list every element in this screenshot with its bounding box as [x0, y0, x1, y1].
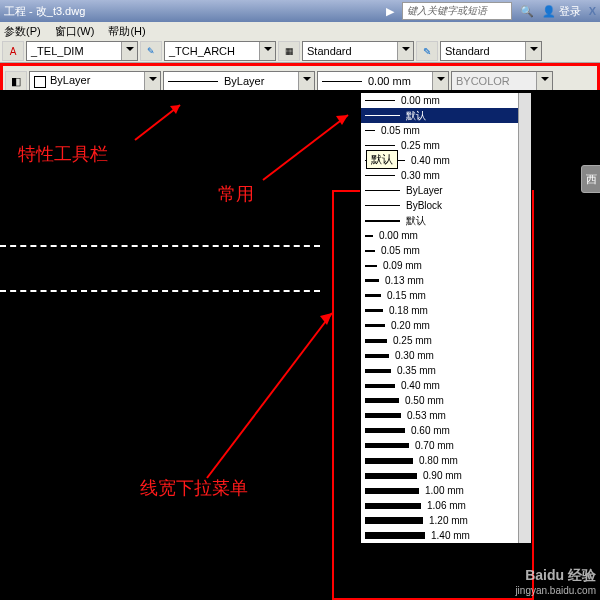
login-link[interactable]: 👤 登录 [542, 4, 581, 19]
lineweight-option[interactable]: 1.00 mm [361, 483, 531, 498]
lineweight-sample [365, 265, 377, 267]
lineweight-label: 1.40 mm [431, 530, 470, 541]
lineweight-label: 0.60 mm [411, 425, 450, 436]
lineweight-option[interactable]: 0.00 mm [361, 228, 531, 243]
lineweight-sample [365, 175, 395, 176]
mleader-style-combo[interactable]: _TCH_ARCH [164, 41, 276, 61]
lineweight-label: 1.06 mm [427, 500, 466, 511]
lineweight-sample [365, 517, 423, 524]
lineweight-sample [365, 443, 409, 448]
color-icon[interactable]: ◧ [5, 71, 27, 91]
lineweight-sample [365, 205, 400, 206]
linetype-combo[interactable]: ByLayer [163, 71, 315, 91]
lineweight-label: ByLayer [406, 185, 443, 196]
binoculars-icon[interactable]: 🔍 [520, 5, 534, 18]
lineweight-label: 0.50 mm [405, 395, 444, 406]
lineweight-option[interactable]: 0.35 mm [361, 363, 531, 378]
lineweight-option[interactable]: 0.00 mm [361, 93, 531, 108]
side-tab-west[interactable]: 西 [581, 165, 600, 193]
title-bar: 工程 - 改_t3.dwg ▶ 键入关键字或短语 🔍 👤 登录 X [0, 0, 600, 22]
lineweight-option[interactable]: 0.80 mm [361, 453, 531, 468]
search-input[interactable]: 键入关键字或短语 [402, 2, 512, 20]
lineweight-label: 0.13 mm [385, 275, 424, 286]
menu-window[interactable]: 窗口(W) [55, 24, 95, 39]
dim-style-icon[interactable]: A [2, 41, 24, 61]
chevron-down-icon[interactable] [298, 72, 314, 90]
lineweight-label: 0.09 mm [383, 260, 422, 271]
lineweight-option[interactable]: 1.40 mm [361, 528, 531, 543]
lineweight-label: ByBlock [406, 200, 442, 211]
lineweight-sample [365, 488, 419, 494]
lineweight-label: 0.05 mm [381, 125, 420, 136]
play-icon: ▶ [386, 5, 394, 18]
chevron-down-icon[interactable] [397, 42, 413, 60]
text-style-icon[interactable]: ✎ [416, 41, 438, 61]
lineweight-label: 0.30 mm [395, 350, 434, 361]
plotstyle-combo[interactable]: BYCOLOR [451, 71, 553, 91]
lineweight-option[interactable]: 0.53 mm [361, 408, 531, 423]
lineweight-sample [365, 413, 401, 418]
table-style-icon[interactable]: ▦ [278, 41, 300, 61]
lineweight-combo[interactable]: 0.00 mm [317, 71, 449, 91]
lineweight-label: 0.15 mm [387, 290, 426, 301]
menu-help[interactable]: 帮助(H) [108, 24, 145, 39]
lineweight-label: 0.70 mm [415, 440, 454, 451]
lineweight-option[interactable]: 0.30 mm [361, 348, 531, 363]
lineweight-option[interactable]: 0.13 mm [361, 273, 531, 288]
lineweight-option[interactable]: 0.15 mm [361, 288, 531, 303]
lineweight-option[interactable]: 0.09 mm [361, 258, 531, 273]
table-style-combo[interactable]: Standard [302, 41, 414, 61]
lineweight-label: 0.20 mm [391, 320, 430, 331]
menu-bar: 参数(P) 窗口(W) 帮助(H) [0, 22, 600, 40]
mleader-style-icon[interactable]: ✎ [140, 41, 162, 61]
lineweight-option[interactable]: 0.20 mm [361, 318, 531, 333]
chevron-down-icon[interactable] [536, 72, 552, 90]
color-combo[interactable]: ByLayer [29, 71, 161, 91]
lineweight-label: 0.05 mm [381, 245, 420, 256]
lineweight-sample [365, 294, 381, 297]
lineweight-option[interactable]: 1.20 mm [361, 513, 531, 528]
lineweight-label: 0.80 mm [419, 455, 458, 466]
user-icon: 👤 [542, 5, 556, 17]
lineweight-sample [365, 190, 400, 191]
lineweight-option[interactable]: 0.50 mm [361, 393, 531, 408]
lineweight-label: 默认 [406, 109, 426, 123]
lineweight-sample [365, 235, 373, 237]
tooltip: 默认 [366, 150, 398, 169]
lineweight-option[interactable]: 0.25 mm [361, 333, 531, 348]
chevron-down-icon[interactable] [432, 72, 448, 90]
lineweight-option[interactable]: 默认 [361, 108, 531, 123]
lineweight-option[interactable]: 默认 [361, 213, 531, 228]
menu-params[interactable]: 参数(P) [4, 24, 41, 39]
lineweight-sample [365, 130, 375, 131]
lineweight-sample [365, 503, 421, 509]
chevron-down-icon[interactable] [259, 42, 275, 60]
lineweight-label: 0.40 mm [401, 380, 440, 391]
lineweight-option[interactable]: 0.05 mm [361, 123, 531, 138]
chevron-down-icon[interactable] [144, 72, 160, 90]
chevron-down-icon[interactable] [525, 42, 541, 60]
lineweight-option[interactable]: ByLayer [361, 183, 531, 198]
lineweight-option[interactable]: 0.05 mm [361, 243, 531, 258]
lineweight-option[interactable]: 0.18 mm [361, 303, 531, 318]
lineweight-sample [365, 473, 417, 479]
lineweight-sample [365, 145, 395, 146]
lineweight-option[interactable]: 1.06 mm [361, 498, 531, 513]
lineweight-label: 0.18 mm [389, 305, 428, 316]
lineweight-label: 默认 [406, 214, 426, 228]
lineweight-option[interactable]: 0.60 mm [361, 423, 531, 438]
dim-style-combo[interactable]: _TEL_DIM [26, 41, 138, 61]
annotation-common: 常用 [218, 182, 254, 206]
lineweight-sample [365, 100, 395, 101]
lineweight-option[interactable]: 0.90 mm [361, 468, 531, 483]
chevron-down-icon[interactable] [121, 42, 137, 60]
lineweight-label: 0.90 mm [423, 470, 462, 481]
lineweight-option[interactable]: 0.40 mm [361, 378, 531, 393]
dropdown-scrollbar[interactable] [518, 93, 531, 543]
lineweight-option[interactable]: ByBlock [361, 198, 531, 213]
lineweight-option[interactable]: 0.70 mm [361, 438, 531, 453]
text-style-combo[interactable]: Standard [440, 41, 542, 61]
close-x-icon[interactable]: X [589, 5, 596, 17]
lineweight-option[interactable]: 0.30 mm [361, 168, 531, 183]
lineweight-sample [365, 369, 391, 373]
